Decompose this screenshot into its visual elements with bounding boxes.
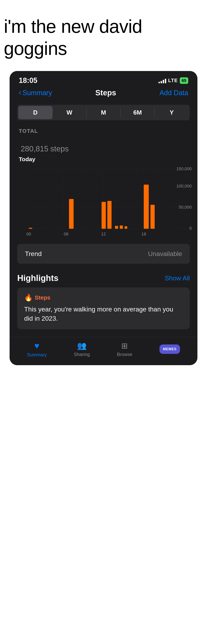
signal-bars	[159, 78, 166, 83]
bar-mid3	[125, 226, 127, 229]
memes-label: MEMES	[163, 347, 177, 351]
period-week-button[interactable]: W	[52, 106, 86, 119]
highlights-header: Highlights Show All	[17, 273, 190, 283]
highlights-title: Highlights	[17, 273, 58, 283]
signal-bar-4	[165, 79, 166, 83]
tab-bar: ♥ Summary 👥 Sharing ⊞ Browse MEMES	[9, 337, 198, 365]
summary-tab-label: Summary	[27, 352, 47, 358]
y-label-100k: 100,000	[176, 184, 192, 188]
bar-18b	[151, 205, 155, 229]
tab-browse[interactable]: ⊞ Browse	[117, 342, 132, 357]
chevron-left-icon: ‹	[19, 88, 21, 97]
bar-mid1	[115, 226, 118, 229]
period-day-button[interactable]: D	[18, 106, 52, 119]
phone-screenshot: 18:05 LTE 65 ‹ Summary Steps Add Data D …	[9, 71, 198, 365]
x-label-12: 12	[101, 232, 106, 236]
stats-area: TOTAL 280,815steps Today	[9, 124, 198, 164]
highlights-section: Highlights Show All 🔥 Steps This year, y…	[9, 268, 198, 333]
y-label-0: 0	[189, 226, 192, 231]
highlight-badge: 🔥 Steps	[24, 294, 183, 302]
top-caption: i'm the new david goggins	[0, 0, 207, 71]
stats-label: TOTAL	[19, 128, 188, 134]
tab-sharing[interactable]: 👥 Sharing	[74, 341, 90, 357]
back-button[interactable]: ‹ Summary	[19, 89, 52, 97]
bar-mid2	[120, 226, 123, 229]
trend-section: Trend Unavailable	[17, 244, 190, 264]
status-time: 18:05	[19, 76, 37, 85]
battery-indicator: 65	[180, 77, 188, 84]
y-label-50k: 50,000	[179, 205, 192, 210]
memes-button[interactable]: MEMES	[160, 344, 180, 354]
signal-bar-2	[161, 81, 162, 83]
status-icons: LTE 65	[159, 77, 188, 84]
bar-12b	[107, 201, 112, 229]
heart-icon: ♥	[34, 341, 39, 350]
y-label-150k: 150,000	[176, 166, 192, 171]
bar-00	[29, 228, 32, 229]
status-bar: 18:05 LTE 65	[9, 71, 198, 86]
trend-value: Unavailable	[148, 250, 182, 258]
fire-icon: 🔥	[24, 294, 33, 302]
navigation-bar: ‹ Summary Steps Add Data	[9, 86, 198, 101]
highlight-card: 🔥 Steps This year, you're walking more o…	[17, 288, 190, 329]
x-label-18: 18	[141, 232, 146, 236]
stats-date: Today	[19, 156, 188, 162]
sharing-tab-label: Sharing	[74, 352, 90, 357]
period-month-button[interactable]: M	[87, 106, 121, 119]
steps-chart: 150,000 100,000 50,000 0	[17, 166, 196, 240]
x-label-06: 06	[64, 232, 68, 236]
highlight-text: This year, you're walking more on averag…	[24, 305, 183, 323]
signal-bar-1	[159, 82, 160, 83]
tab-summary[interactable]: ♥ Summary	[27, 341, 47, 358]
stats-value: 280,815steps	[19, 134, 188, 155]
back-label: Summary	[22, 89, 52, 97]
steps-unit: steps	[50, 144, 69, 153]
page-title: Steps	[95, 88, 116, 97]
sharing-icon: 👥	[77, 341, 87, 350]
chart-svg: 150,000 100,000 50,000 0	[17, 166, 196, 239]
steps-count: 280,815	[21, 144, 48, 153]
bar-12a	[102, 202, 106, 229]
caption-text: i'm the new david goggins	[4, 15, 199, 60]
trend-label: Trend	[25, 250, 42, 258]
browse-tab-label: Browse	[117, 352, 132, 357]
period-year-button[interactable]: Y	[155, 106, 189, 119]
period-sixmonth-button[interactable]: 6M	[121, 106, 155, 119]
signal-bar-3	[163, 80, 164, 83]
x-label-00: 00	[26, 232, 31, 236]
period-selector: D W M 6M Y	[17, 105, 190, 120]
lte-label: LTE	[168, 78, 178, 84]
bar-18a	[144, 184, 149, 229]
highlight-badge-label: Steps	[35, 294, 50, 301]
browse-icon: ⊞	[121, 342, 128, 350]
show-all-button[interactable]: Show All	[165, 274, 190, 282]
add-data-button[interactable]: Add Data	[160, 89, 188, 97]
bar-06a	[69, 199, 74, 229]
